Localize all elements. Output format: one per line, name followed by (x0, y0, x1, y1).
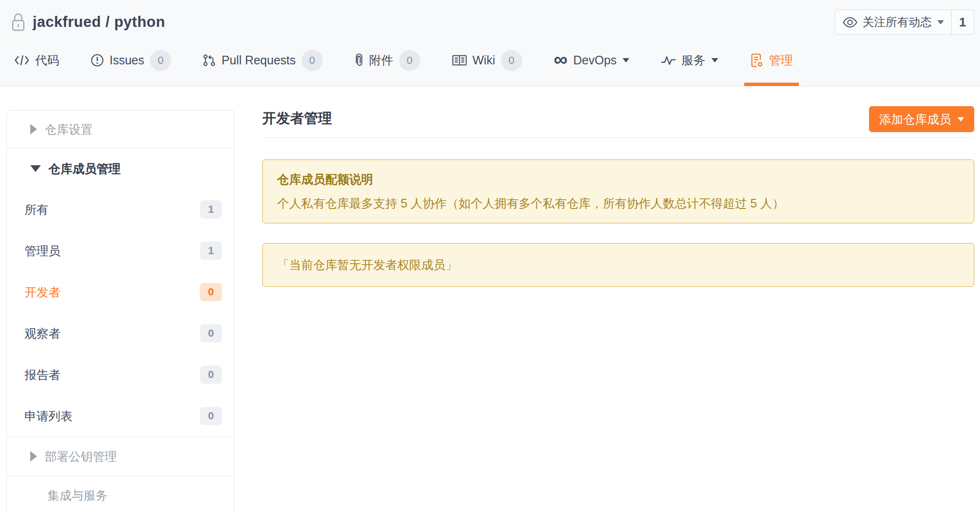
tab-count-badge: 0 (150, 50, 171, 71)
tab-services[interactable]: 服务 (661, 35, 718, 86)
tab-count-badge: 0 (501, 50, 522, 71)
sidebar-item-label: 申请列表 (24, 408, 73, 424)
tab-count-badge: 0 (399, 50, 420, 71)
chevron-down-icon (623, 58, 629, 62)
tab-devops[interactable]: ∞ DevOps (554, 35, 629, 86)
page-body: 仓库设置 仓库成员管理 所有 1 管理员 1 开发者 0 观察者 0 报告者 0… (0, 86, 980, 514)
main-content: 开发者管理 添加仓库成员 仓库成员配额说明 个人私有仓库最多支持 5 人协作（如… (262, 110, 974, 287)
add-member-button-label: 添加仓库成员 (879, 111, 951, 127)
services-icon (661, 55, 676, 66)
sidebar-item-label: 开发者 (24, 284, 61, 300)
tab-issues[interactable]: Issues 0 (91, 35, 171, 86)
attachment-icon (355, 53, 364, 68)
sidebar-item-label: 管理员 (24, 243, 61, 259)
chevron-down-icon (937, 20, 944, 24)
sidebar-section-integrations[interactable]: 集成与服务 (7, 476, 234, 514)
tab-pull-requests[interactable]: Pull Requests 0 (203, 35, 322, 86)
quota-notice-body: 个人私有仓库最多支持 5 人协作（如个人拥有多个私有仓库，所有协作人数总计不得超… (277, 196, 959, 211)
count-badge: 1 (200, 242, 222, 260)
empty-members-notice-text: 「当前仓库暂无开发者权限成员」 (277, 258, 457, 271)
tab-wiki[interactable]: Wiki 0 (452, 35, 522, 86)
chevron-right-icon (30, 451, 37, 462)
tab-count-badge: 0 (302, 50, 323, 71)
tab-label: Wiki (473, 53, 495, 67)
add-member-button[interactable]: 添加仓库成员 (869, 106, 974, 132)
wiki-icon (452, 54, 467, 66)
main-header: 开发者管理 添加仓库成员 (262, 110, 974, 137)
issues-icon (91, 54, 104, 67)
tab-label: DevOps (573, 53, 616, 67)
empty-members-notice-box: 「当前仓库暂无开发者权限成员」 (262, 243, 974, 287)
sidebar-item-all[interactable]: 所有 1 (7, 189, 234, 230)
chevron-down-icon (957, 117, 964, 122)
tab-manage[interactable]: 管理 (750, 35, 793, 86)
settings-sidebar: 仓库设置 仓库成员管理 所有 1 管理员 1 开发者 0 观察者 0 报告者 0… (6, 110, 234, 514)
count-badge: 0 (200, 407, 222, 425)
devops-icon: ∞ (554, 54, 568, 64)
count-badge: 0 (200, 283, 222, 301)
sidebar-section-deploy-keys[interactable]: 部署公钥管理 (7, 437, 234, 476)
sidebar-item-label: 报告者 (24, 367, 61, 383)
tab-code[interactable]: 代码 (14, 35, 59, 86)
section-title: 开发者管理 (262, 110, 332, 127)
chevron-right-icon (30, 124, 37, 135)
chevron-down-icon (30, 165, 41, 172)
sidebar-item-label: 观察者 (24, 326, 61, 342)
sidebar-item-applications[interactable]: 申请列表 0 (7, 395, 234, 437)
repo-header-row: jackfrued / python 关注所有动态 1 (0, 0, 980, 35)
watch-button-main[interactable]: 关注所有动态 (835, 10, 951, 34)
sidebar-section-label: 仓库成员管理 (49, 161, 121, 177)
eye-icon (843, 17, 858, 28)
count-badge: 1 (200, 200, 222, 219)
sidebar-item-observers[interactable]: 观察者 0 (7, 313, 234, 354)
code-icon (14, 54, 29, 66)
tab-label: 服务 (682, 52, 706, 68)
top-bar: jackfrued / python 关注所有动态 1 (0, 0, 980, 86)
count-badge: 0 (200, 324, 222, 343)
sidebar-section-label: 集成与服务 (48, 488, 108, 503)
repo-title-group: jackfrued / python (10, 12, 165, 32)
private-lock-icon (10, 12, 27, 32)
tab-label: 管理 (769, 52, 793, 68)
sidebar-section-label: 仓库设置 (45, 122, 93, 137)
sidebar-section-repo-settings[interactable]: 仓库设置 (7, 110, 234, 148)
watch-button-label: 关注所有动态 (863, 14, 932, 30)
sidebar-item-reporters[interactable]: 报告者 0 (7, 354, 234, 395)
quota-notice-box: 仓库成员配额说明 个人私有仓库最多支持 5 人协作（如个人拥有多个私有仓库，所有… (262, 159, 974, 223)
sidebar-section-member-management[interactable]: 仓库成员管理 (7, 148, 234, 189)
watch-count-badge[interactable]: 1 (951, 10, 974, 34)
quota-notice-title: 仓库成员配额说明 (277, 172, 959, 187)
watch-button[interactable]: 关注所有动态 1 (835, 10, 974, 35)
pull-request-icon (203, 54, 216, 67)
sidebar-item-developers[interactable]: 开发者 0 (7, 271, 234, 313)
tab-attachments[interactable]: 附件 0 (355, 35, 420, 86)
chevron-down-icon (711, 58, 718, 62)
repo-nav-tabs: 代码 Issues 0 Pull Requ (0, 35, 980, 86)
title-divider (262, 137, 974, 138)
tab-label: 附件 (369, 52, 393, 68)
page-title: jackfrued / python (33, 13, 165, 31)
tab-label: Issues (110, 53, 144, 67)
sidebar-section-label: 部署公钥管理 (45, 449, 117, 465)
manage-icon (750, 53, 763, 68)
sidebar-item-label: 所有 (24, 202, 49, 218)
sidebar-item-admins[interactable]: 管理员 1 (7, 230, 234, 271)
tab-label: 代码 (35, 52, 59, 68)
count-badge: 0 (200, 366, 222, 384)
tab-label: Pull Requests (221, 53, 295, 67)
